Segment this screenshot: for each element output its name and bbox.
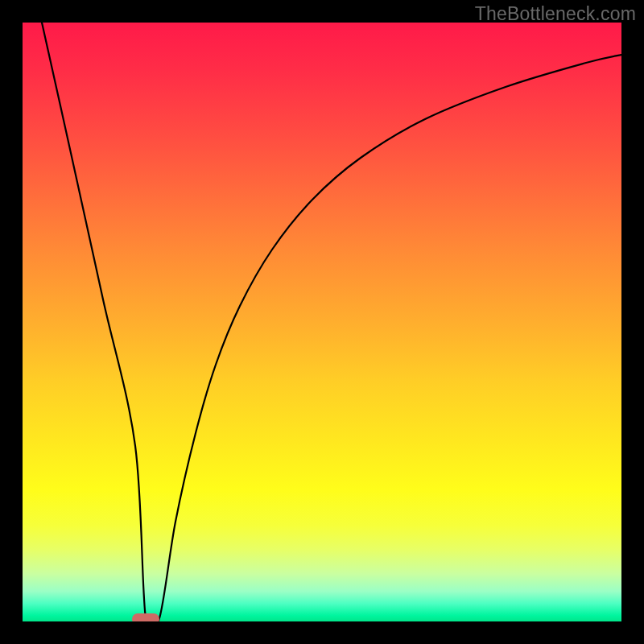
plot-area bbox=[23, 23, 621, 621]
chart-frame: TheBottleneck.com bbox=[0, 0, 644, 644]
optimal-marker bbox=[132, 613, 159, 621]
watermark-text: TheBottleneck.com bbox=[475, 3, 636, 25]
bottleneck-curve bbox=[23, 23, 621, 621]
